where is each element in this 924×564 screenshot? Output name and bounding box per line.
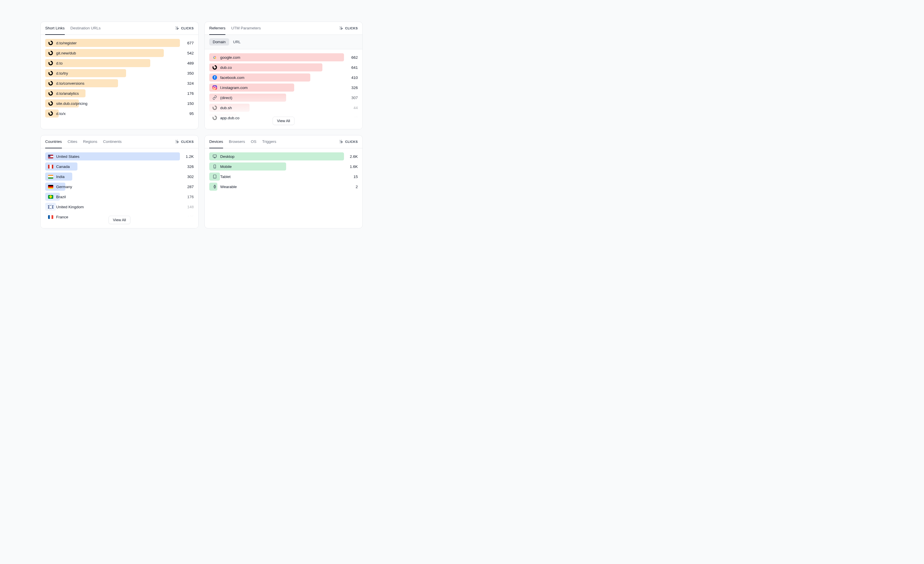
- list-item[interactable]: d.to/analytics176: [45, 89, 194, 97]
- list-item[interactable]: d.to/register677: [45, 39, 194, 47]
- list-item[interactable]: Brazil176: [45, 193, 194, 201]
- card-header: CountriesCitiesRegionsContinentsCLICKS: [40, 135, 198, 148]
- tab-countries[interactable]: Countries: [45, 135, 62, 148]
- tab-triggers[interactable]: Triggers: [262, 135, 276, 148]
- row-value: 2.6K: [344, 154, 358, 159]
- list-item[interactable]: d.to/try350: [45, 69, 194, 77]
- watch-icon: [212, 184, 218, 189]
- list-item[interactable]: India302: [45, 173, 194, 180]
- list-item[interactable]: ffacebook.com410: [209, 74, 358, 81]
- list-item[interactable]: git.new/dub542: [45, 49, 194, 57]
- row-value: 125: [180, 215, 194, 219]
- dub-icon: [48, 50, 53, 56]
- countries-card: CountriesCitiesRegionsContinentsCLICKSUn…: [40, 135, 199, 229]
- flag-us-icon: [48, 154, 53, 159]
- list-item[interactable]: d.to489: [45, 59, 194, 67]
- dub-icon: [212, 115, 218, 120]
- tab-os[interactable]: OS: [251, 135, 256, 148]
- list-item[interactable]: United States1.2K: [45, 152, 194, 161]
- row-value: 2: [344, 185, 358, 189]
- row-value: 307: [344, 96, 358, 100]
- dub-icon: [48, 71, 53, 76]
- analytics-grid: Short LinksDestination URLsCLICKSd.to/re…: [40, 22, 363, 229]
- row-label: site.dub.co/pricing: [56, 101, 87, 106]
- clicks-column-header[interactable]: CLICKS: [339, 26, 358, 30]
- clicks-column-header[interactable]: CLICKS: [339, 140, 358, 144]
- list-item[interactable]: d.to/conversions324: [45, 79, 194, 87]
- row-label: d.to: [56, 61, 63, 65]
- list-item[interactable]: l.instagram.com326: [209, 84, 358, 92]
- tab-devices[interactable]: Devices: [209, 135, 223, 148]
- tab-regions[interactable]: Regions: [83, 135, 98, 148]
- list-item[interactable]: Tablet15: [209, 173, 358, 180]
- link-icon: [212, 95, 218, 100]
- subtab-url[interactable]: URL: [230, 38, 244, 45]
- clicks-column-header[interactable]: CLICKS: [175, 26, 194, 30]
- row-value: 1.2K: [180, 154, 194, 159]
- cursor-click-icon: [339, 140, 344, 144]
- cursor-click-icon: [339, 26, 344, 30]
- instagram-icon: [212, 85, 218, 90]
- list-item[interactable]: Canada326: [45, 162, 194, 170]
- tab-referrers[interactable]: Referrers: [209, 22, 225, 35]
- flag-in-icon: [48, 174, 53, 179]
- clicks-column-header[interactable]: CLICKS: [175, 140, 194, 144]
- row-label: Brazil: [56, 195, 66, 199]
- flag-gb-icon: [48, 204, 53, 209]
- list-item[interactable]: Wearable2: [209, 183, 358, 191]
- tab-continents[interactable]: Continents: [103, 135, 122, 148]
- row-value: 44: [344, 106, 358, 110]
- tab-group: Short LinksDestination URLs: [45, 22, 101, 35]
- row-label: l.instagram.com: [220, 86, 248, 90]
- tab-destination-urls[interactable]: Destination URLs: [70, 22, 101, 35]
- row-label: d.to/conversions: [56, 81, 84, 86]
- list-item[interactable]: Mobile1.6K: [209, 162, 358, 170]
- row-value: 326: [180, 164, 194, 169]
- row-label: git.new/dub: [56, 51, 76, 55]
- dub-icon: [212, 105, 218, 110]
- rows-container: d.to/register677git.new/dub542d.to489d.t…: [40, 35, 198, 123]
- mobile-icon: [212, 164, 218, 169]
- list-item[interactable]: site.dub.co/pricing150: [45, 99, 194, 107]
- tab-short-links[interactable]: Short Links: [45, 22, 65, 35]
- list-item[interactable]: dub.co641: [209, 63, 358, 71]
- subtab-domain[interactable]: Domain: [209, 38, 229, 45]
- card-header: DevicesBrowsersOSTriggersCLICKS: [205, 135, 362, 148]
- tab-group: ReferrersUTM Parameters: [209, 22, 261, 35]
- list-item[interactable]: Desktop2.6K: [209, 152, 358, 161]
- row-label: Tablet: [220, 174, 231, 179]
- card-header: ReferrersUTM ParametersCLICKS: [205, 22, 362, 35]
- list-item[interactable]: Ggoogle.com662: [209, 53, 358, 62]
- subtab-bar: DomainURL: [205, 35, 362, 49]
- row-value: 42: [344, 116, 358, 120]
- row-label: (direct): [220, 96, 232, 100]
- tab-group: CountriesCitiesRegionsContinents: [45, 135, 122, 148]
- tab-browsers[interactable]: Browsers: [229, 135, 245, 148]
- row-label: India: [56, 174, 64, 179]
- view-all-button[interactable]: View All: [108, 216, 130, 224]
- dub-icon: [48, 81, 53, 86]
- tab-utm-parameters[interactable]: UTM Parameters: [231, 22, 261, 35]
- view-all-button[interactable]: View All: [273, 117, 294, 125]
- list-item[interactable]: United Kingdom148: [45, 203, 194, 211]
- row-value: 150: [180, 101, 194, 106]
- row-value: 489: [180, 61, 194, 65]
- row-label: app.dub.co: [220, 116, 240, 120]
- list-item[interactable]: dub.sh44: [209, 104, 358, 112]
- links-card: Short LinksDestination URLsCLICKSd.to/re…: [40, 22, 199, 129]
- list-item[interactable]: Germany287: [45, 183, 194, 191]
- tab-cities[interactable]: Cities: [68, 135, 77, 148]
- list-item[interactable]: d.to/x95: [45, 110, 194, 117]
- rows-container: Desktop2.6KMobile1.6KTablet15Wearable2: [205, 148, 362, 196]
- row-value: 302: [180, 174, 194, 179]
- row-label: facebook.com: [220, 75, 244, 80]
- row-value: 662: [344, 55, 358, 60]
- row-label: United Kingdom: [56, 205, 84, 209]
- row-label: Wearable: [220, 185, 237, 189]
- list-item[interactable]: (direct)307: [209, 93, 358, 102]
- flag-ca-icon: [48, 164, 53, 169]
- row-value: 148: [180, 205, 194, 209]
- monitor-icon: [212, 154, 218, 159]
- dub-icon: [48, 91, 53, 96]
- flag-de-icon: [48, 184, 53, 189]
